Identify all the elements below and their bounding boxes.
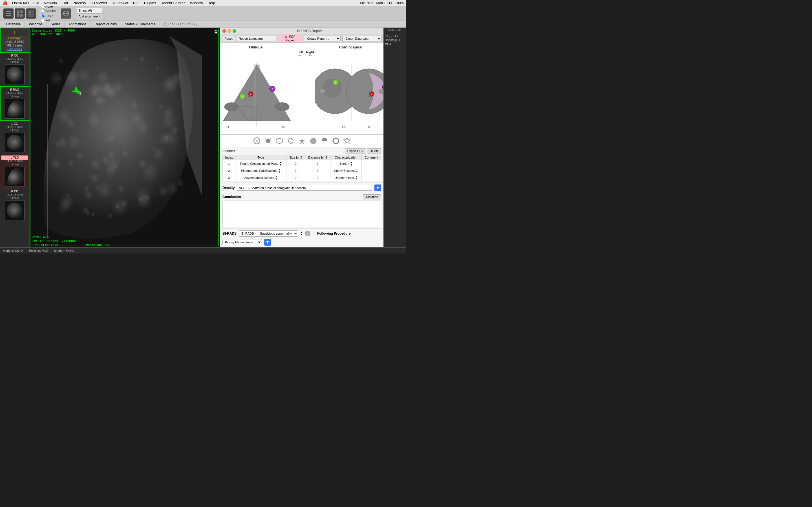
layout-icon[interactable] [15, 8, 25, 18]
char-2-container: Highly Suspect ▲▼ [332, 168, 360, 173]
cell-index-3: 3 [223, 174, 236, 181]
window-maximize-button[interactable] [233, 29, 236, 33]
cell-type-2[interactable]: Pleomorphic Calcifications ▲▼ [236, 167, 287, 174]
menu-help[interactable]: Help [207, 1, 215, 5]
thumb-images-rcc2: 1 Image [1, 196, 28, 200]
empty-select[interactable]: Empty (0) [77, 8, 102, 13]
menu-3d-viewer[interactable]: 3D Viewer [112, 1, 129, 5]
round-mass-icon[interactable] [252, 136, 261, 145]
birads-stepper[interactable]: ▲▼ [300, 231, 303, 236]
type-stepper-3[interactable]: ▲▼ [275, 175, 277, 180]
thumb-hide-series[interactable]: Hide Series [2, 47, 28, 51]
menu-network[interactable]: Network [44, 1, 57, 5]
thumb-image-lmlo [5, 167, 24, 186]
cell-type-1[interactable]: Round Circumscribed Mass ▲▼ [236, 160, 287, 167]
cranio-lesion-2[interactable]: 2 [368, 91, 375, 97]
pdf-report-button[interactable]: ✿ PDF Report [278, 34, 302, 43]
tab-annotations[interactable]: Annotations [64, 21, 91, 27]
star-icon[interactable] [343, 136, 352, 145]
tab-report-plugins[interactable]: Report Plugins [91, 21, 121, 27]
apple-menu-icon[interactable]: 🍎 [2, 1, 8, 6]
oval-circumscribed-icon[interactable] [275, 136, 284, 145]
tab-windows[interactable]: Windows [25, 21, 47, 27]
radio-basic-input[interactable] [41, 14, 45, 18]
menu-window[interactable]: Window [190, 1, 203, 5]
table-row: 1 Round Circumscribed Mass ▲▼ 0 0 Benign [223, 160, 381, 167]
cell-char-2[interactable]: Highly Suspect ▲▼ [331, 167, 362, 174]
thumb-item-depistage[interactable]: 1 Depistage 14.09.15 08:50 MG: 5 series … [0, 27, 29, 53]
window-close-button[interactable] [222, 29, 226, 33]
mammogram-canvas [30, 27, 220, 247]
menu-osirix[interactable]: OsiriX MD [12, 1, 29, 5]
reset-button[interactable]: Reset [222, 36, 235, 41]
dictation-button[interactable]: Dictation [363, 194, 381, 200]
char-stepper-1[interactable]: ▲▼ [350, 161, 352, 166]
char-stepper-3[interactable]: ▲▼ [355, 175, 357, 180]
lesions-section: Lesions Export CSV Delete Index Type Siz… [220, 147, 384, 182]
radio-graphic-input[interactable] [41, 9, 45, 13]
cranio-right-sub: Ext. [309, 54, 314, 57]
thumb-item-rcc2[interactable]: R CC 14.09.15 08:53 1 Image [0, 188, 29, 222]
tool-icon[interactable] [61, 8, 71, 18]
menu-recent-studies[interactable]: Recent Studies [160, 1, 185, 5]
stellate-icon[interactable] [297, 136, 306, 145]
radio-basic[interactable]: Basic [41, 14, 53, 18]
image-viewer[interactable]: Image size: 3328 x 4096 WL: 2047 WW: 409… [30, 27, 220, 247]
cell-comment-2 [362, 167, 381, 174]
language-select[interactable]: Report Language... [237, 36, 276, 41]
cell-type-3[interactable]: Asymmetrical Density ▲▼ [236, 174, 287, 181]
irregular-icon[interactable] [309, 136, 318, 145]
thumb-canvas-lcc [5, 133, 24, 152]
svg-text:2: 2 [250, 94, 251, 96]
density-select[interactable]: ACR2 – Scattered areas of fibroglandular… [237, 185, 372, 191]
conclusion-textarea[interactable] [222, 201, 381, 227]
type-stepper-2[interactable]: ▲▼ [278, 168, 281, 173]
menu-roi[interactable]: ROI [133, 1, 140, 5]
char-stepper-2[interactable]: ▲▼ [356, 168, 358, 173]
birads-select[interactable]: BI-RADS 4 – Suspicious abnormality [239, 230, 298, 237]
thumb-item-rcc[interactable]: R CC 14.09.15 08:50 1 Image [0, 53, 29, 86]
export-diagram-select[interactable]: Export Diagram... [342, 36, 382, 41]
export-csv-button[interactable]: Export CSV [345, 149, 366, 154]
thumb-canvas-rcc2 [5, 201, 24, 220]
toolbar-icons-section [2, 8, 38, 18]
cranio-diagram-svg[interactable]: 1 2 3 Int. Int. [315, 50, 384, 132]
density-dropdown-button[interactable]: ▼ [374, 184, 381, 191]
cell-char-1[interactable]: Benign ▲▼ [331, 160, 362, 167]
thumb-item-lmlo[interactable]: L MLO 14.09.15 08:58 1 Image [0, 154, 29, 188]
oblique-lesion-2[interactable]: 2 [248, 91, 254, 97]
thumb-item-lcc[interactable]: L CC 14.09.15 08:52 1 Image [0, 121, 29, 154]
cell-char-3[interactable]: Undetermined ▲▼ [331, 174, 362, 181]
procedure-dropdown-button[interactable]: ▼ [264, 239, 271, 245]
database-icon[interactable] [3, 8, 13, 18]
lobulated-icon[interactable] [286, 136, 295, 145]
cell-size-3: 0 [287, 174, 305, 181]
menu-process[interactable]: Process [72, 1, 86, 5]
type-stepper-1[interactable]: ▲▼ [280, 161, 282, 166]
procedure-select[interactable]: Biopsy Mammotome [222, 239, 262, 245]
thumb-item-rmlo[interactable]: R MLO 14.09.15 08:56 1 Image [0, 86, 29, 121]
cell-distance-1: 0 [305, 160, 331, 167]
delete-button[interactable]: Delete [367, 149, 381, 154]
spiculated-mass-icon[interactable] [264, 136, 273, 145]
status-position: Position: MLO [29, 249, 49, 252]
cell-comment-3 [362, 174, 381, 181]
menu-2d-viewer[interactable]: 2D Viewer [90, 1, 107, 5]
tab-database[interactable]: Database [2, 21, 25, 27]
image-info: Image size: 3328 x 4096 WL: 2047 WW: 409… [32, 29, 75, 36]
ring-icon[interactable] [331, 136, 340, 145]
radio-graphic[interactable]: Graphic [41, 9, 56, 13]
half-circle-icon[interactable] [320, 136, 329, 145]
menu-file[interactable]: File [33, 1, 39, 5]
image-icon[interactable] [26, 8, 36, 18]
create-report-select[interactable]: Create Report... [304, 36, 341, 41]
thumb-images-rcc: 1 Image [1, 61, 28, 64]
menu-edit[interactable]: Edit [62, 1, 68, 5]
window-minimize-button[interactable] [227, 29, 231, 33]
tab-status-comments[interactable]: Status & Comments [121, 21, 159, 27]
oblique-diagram-svg[interactable]: Inf. Inf. [220, 50, 296, 132]
add-comment-button[interactable]: Add a comment [77, 13, 102, 19]
tab-series[interactable]: Series [47, 21, 64, 27]
menu-plugins[interactable]: Plugins [144, 1, 156, 5]
help-button[interactable]: ? [305, 231, 310, 236]
